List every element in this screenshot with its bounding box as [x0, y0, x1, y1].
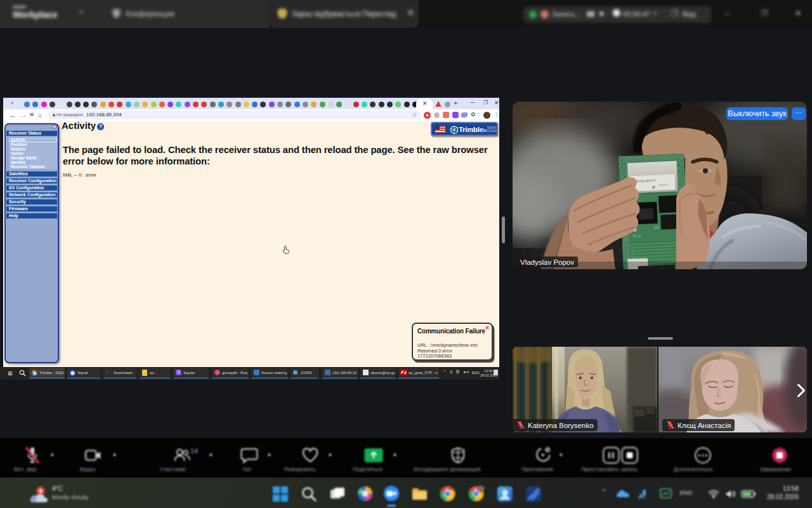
- svg-text:4850965: 4850965: [658, 183, 669, 187]
